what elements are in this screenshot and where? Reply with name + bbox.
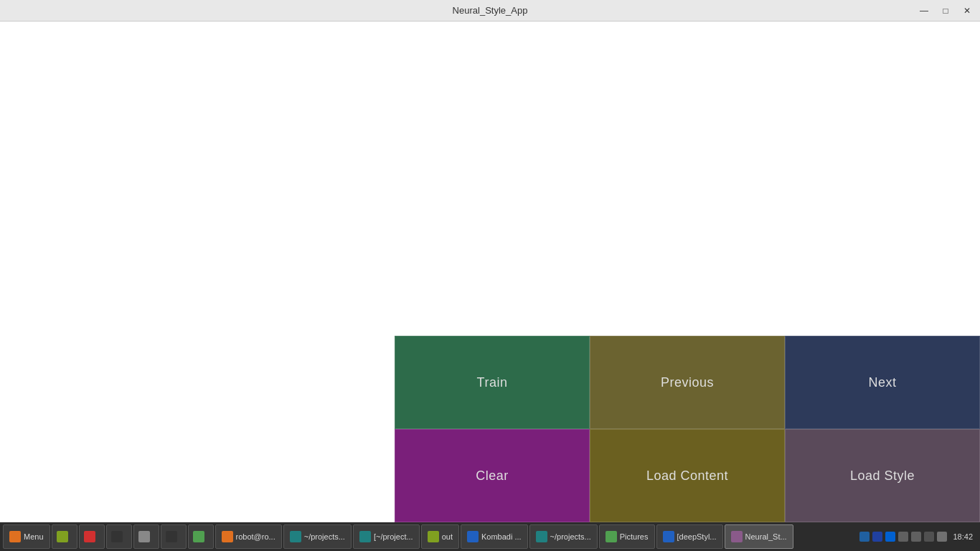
train-button[interactable]: Train: [395, 336, 590, 429]
taskbar-item-pictures[interactable]: Pictures: [599, 524, 655, 549]
maximize-button[interactable]: □: [936, 3, 956, 19]
window-controls: — □ ✕: [914, 3, 980, 19]
previous-button[interactable]: Previous: [590, 336, 785, 429]
close-button[interactable]: ✕: [957, 3, 977, 19]
taskbar-item-files[interactable]: [52, 524, 77, 549]
system-time: 18:42: [953, 532, 973, 541]
taskbar-label-pictures: Pictures: [620, 532, 649, 541]
proj1-icon: [290, 531, 301, 542]
shield-tray-icon[interactable]: [859, 532, 870, 542]
bluetooth-tray-icon[interactable]: [872, 532, 882, 542]
taskbar-item-proj2[interactable]: [~/project...: [353, 524, 420, 549]
taskbar-item-robot[interactable]: robot@ro...: [215, 524, 282, 549]
taskbar-label-out: out: [442, 532, 453, 541]
taskbar-item-proj3[interactable]: ~/projects...: [529, 524, 598, 549]
robot-icon: [222, 531, 233, 542]
files-icon: [57, 531, 68, 542]
out-icon: [428, 531, 439, 542]
taskbar-item-kombadi[interactable]: Kombadi ...: [461, 524, 528, 549]
menu-icon: [9, 531, 21, 542]
deepstyl-icon: [663, 531, 674, 542]
taskbar-item-out[interactable]: out: [421, 524, 459, 549]
taskbar-item-proj1[interactable]: ~/projects...: [283, 524, 352, 549]
dropbox-tray-icon[interactable]: [885, 532, 895, 542]
system-tray: 18:42: [855, 532, 977, 542]
neural-icon: [731, 531, 743, 542]
minimize-button[interactable]: —: [914, 3, 934, 19]
taskbar-item-deepstyl[interactable]: [deepStyl...: [656, 524, 723, 549]
window-title: Neural_Style_App: [453, 5, 528, 16]
main-content-area: Train Previous Next Clear Load Content L…: [0, 22, 980, 522]
network2-tray-icon[interactable]: [911, 532, 921, 542]
clear-button[interactable]: Clear: [395, 429, 590, 522]
taskbar-item-camera[interactable]: [133, 524, 159, 549]
taskbar-item-firefox[interactable]: [79, 524, 105, 549]
proj3-icon: [536, 531, 547, 542]
taskbar-label-proj1: ~/projects...: [304, 532, 345, 541]
taskbar-label-kombadi: Kombadi ...: [481, 532, 522, 541]
files2-icon: [166, 531, 177, 542]
taskbar-label-menu: Menu: [24, 532, 44, 541]
button-grid: Train Previous Next Clear Load Content L…: [395, 336, 980, 522]
taskbar-label-robot: robot@ro...: [236, 532, 275, 541]
taskbar-item-files2[interactable]: [161, 524, 187, 549]
taskbar-label-deepstyl: [deepStyl...: [677, 532, 717, 541]
camera-icon: [138, 531, 150, 542]
proj2-icon: [359, 531, 371, 542]
next-button[interactable]: Next: [785, 336, 980, 429]
pictures-icon: [606, 531, 617, 542]
files3-icon: [193, 531, 204, 542]
load-style-button[interactable]: Load Style: [785, 429, 980, 522]
taskbar-item-menu[interactable]: Menu: [3, 524, 50, 549]
kombadi-icon: [467, 531, 479, 542]
taskbar-item-files3[interactable]: [188, 524, 214, 549]
taskbar-label-neural: Neural_St...: [745, 532, 787, 541]
taskbar-item-terminal[interactable]: [106, 524, 132, 549]
load-content-button[interactable]: Load Content: [590, 429, 785, 522]
taskbar-label-proj2: [~/project...: [374, 532, 413, 541]
taskbar: Menu robot@ro... ~/projects... [~/projec…: [0, 522, 980, 551]
network-tray-icon[interactable]: [898, 532, 908, 542]
battery-tray-icon[interactable]: [924, 532, 934, 542]
terminal-icon: [111, 531, 123, 542]
taskbar-item-neural[interactable]: Neural_St...: [725, 524, 793, 549]
title-bar: Neural_Style_App — □ ✕: [0, 0, 980, 22]
firefox-icon: [84, 531, 95, 542]
sound-tray-icon[interactable]: [937, 532, 947, 542]
taskbar-label-proj3: ~/projects...: [550, 532, 591, 541]
